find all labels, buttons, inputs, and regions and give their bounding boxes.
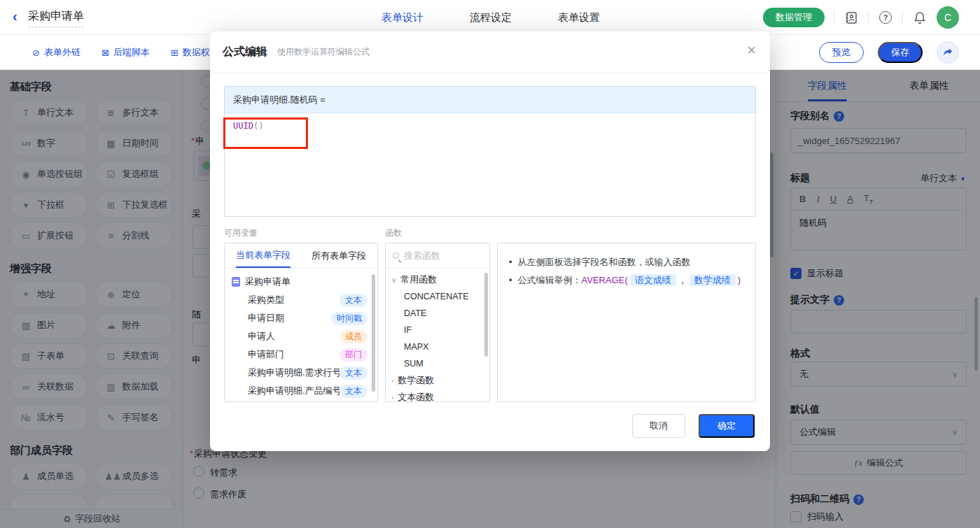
backend-script-link[interactable]: ⊠后端脚本 bbox=[102, 46, 150, 59]
fn-item[interactable]: DATE bbox=[386, 305, 489, 322]
divider bbox=[868, 11, 869, 24]
close-icon[interactable]: × bbox=[747, 43, 756, 58]
data-manage-button[interactable]: 数据管理 bbox=[763, 8, 825, 27]
app-screen: ‹ 采购申请单 表单设计 流程设定 表单设置 数据管理 ? C ⊘表单外链 ⊠后… bbox=[0, 0, 980, 528]
toolbar-actions: 预览 保存 bbox=[819, 35, 959, 70]
help-icon[interactable]: ? bbox=[878, 10, 893, 25]
form-doc-icon bbox=[232, 277, 240, 287]
variable-item[interactable]: 申请部门部门 bbox=[225, 345, 377, 364]
functions-section-label: 函数 bbox=[385, 227, 402, 239]
variable-item[interactable]: 申请人成员 bbox=[225, 327, 377, 345]
variable-item[interactable]: 采购申请明细.产品编号文本 bbox=[225, 382, 377, 400]
contacts-icon[interactable] bbox=[844, 10, 859, 25]
type-badge: 文本 bbox=[340, 294, 368, 307]
tab-flow-settings[interactable]: 流程设定 bbox=[470, 11, 512, 24]
variable-item[interactable]: 采购类型文本 bbox=[225, 291, 377, 309]
tab-form-design[interactable]: 表单设计 bbox=[382, 11, 424, 24]
tip-line: •从左侧面板选择字段名和函数，或输入函数 bbox=[509, 253, 744, 271]
type-badge: 部门 bbox=[340, 348, 368, 362]
type-badge: 文本 bbox=[340, 366, 368, 380]
variable-item[interactable]: 申请日期时间戳 bbox=[225, 309, 377, 327]
modal-title: 公式编辑 bbox=[223, 45, 267, 59]
chevron-right-icon: › bbox=[391, 394, 393, 401]
bullet: • bbox=[509, 253, 512, 271]
functions-panel: ∨常用函数 CONCATENATE DATE IF MAPX SUM ›数学函数… bbox=[385, 243, 490, 402]
type-badge: 时间戳 bbox=[331, 312, 368, 325]
type-badge: 成员 bbox=[340, 330, 368, 343]
variables-scrollbar[interactable] bbox=[372, 274, 375, 392]
back-icon[interactable]: ‹ bbox=[13, 8, 18, 24]
share-icon[interactable] bbox=[937, 41, 959, 64]
example-field-chip: 语文成绩 bbox=[630, 274, 676, 286]
formula-target: 采购申请明细.随机码 = bbox=[225, 87, 755, 113]
bullet: • bbox=[509, 271, 512, 290]
search-icon bbox=[393, 252, 399, 259]
function-search bbox=[386, 243, 489, 269]
fn-item[interactable]: CONCATENATE bbox=[386, 288, 489, 305]
nav-tabs: 表单设计 流程设定 表单设置 bbox=[382, 0, 600, 35]
variable-item[interactable]: 采购申请明细.需求行号文本 bbox=[225, 364, 377, 382]
data-permission-icon: ⊞ bbox=[171, 48, 178, 58]
top-nav: ‹ 采购申请单 表单设计 流程设定 表单设置 数据管理 ? C bbox=[0, 0, 980, 35]
function-list: ∨常用函数 CONCATENATE DATE IF MAPX SUM ›数学函数… bbox=[386, 269, 489, 402]
fn-item[interactable]: MAPX bbox=[386, 338, 489, 355]
notification-bell-icon[interactable] bbox=[912, 10, 927, 25]
modal-subtitle: 使用数学运算符编辑公式 bbox=[277, 46, 370, 58]
modal-header: 公式编辑 使用数学运算符编辑公式 bbox=[210, 31, 770, 73]
tree-root-form[interactable]: 采购申请单 bbox=[225, 273, 377, 291]
fn-group-text[interactable]: ›文本函数 bbox=[386, 389, 489, 402]
annotation-highlight-box bbox=[223, 117, 308, 149]
fn-group-math[interactable]: ›数学函数 bbox=[386, 372, 489, 389]
confirm-button[interactable]: 确定 bbox=[699, 414, 755, 438]
save-button[interactable]: 保存 bbox=[878, 42, 923, 63]
variables-tabs: 当前表单字段 所有表单字段 bbox=[225, 243, 377, 269]
example-field-chip: 数学成绩 bbox=[690, 274, 736, 286]
tips-panel: •从左侧面板选择字段名和函数，或输入函数 •公式编辑举例：AVERAGE(语文成… bbox=[497, 243, 756, 402]
variables-panel: 当前表单字段 所有表单字段 采购申请单 采购类型文本 申请日期时间戳 申请人成员… bbox=[224, 243, 378, 402]
variables-tree: 采购申请单 采购类型文本 申请日期时间戳 申请人成员 申请部门部门 采购申请明细… bbox=[225, 269, 377, 400]
divider bbox=[902, 11, 903, 24]
form-external-link[interactable]: ⊘表单外链 bbox=[32, 46, 80, 59]
tip-example-line: •公式编辑举例：AVERAGE(语文成绩，数学成绩) bbox=[509, 271, 744, 290]
divider bbox=[834, 11, 834, 24]
example-function: AVERAGE( bbox=[582, 275, 628, 285]
chevron-right-icon: › bbox=[391, 377, 393, 385]
variables-section-label: 可用变量 bbox=[224, 227, 258, 239]
fn-group-common[interactable]: ∨常用函数 bbox=[386, 271, 489, 288]
avatar[interactable]: C bbox=[937, 6, 959, 29]
function-search-input[interactable] bbox=[404, 250, 474, 261]
tab-form-settings[interactable]: 表单设置 bbox=[558, 11, 600, 24]
script-icon: ⊠ bbox=[102, 48, 109, 58]
toolbar-links: ⊘表单外链 ⊠后端脚本 ⊞数据权限 bbox=[32, 35, 219, 70]
link-icon: ⊘ bbox=[32, 48, 40, 58]
fn-item[interactable]: SUM bbox=[386, 355, 489, 372]
tab-all-form-fields[interactable]: 所有表单字段 bbox=[312, 243, 366, 268]
nav-right-cluster: 数据管理 ? C bbox=[763, 0, 959, 35]
form-title[interactable]: 采购申请单 bbox=[28, 9, 84, 27]
fn-item[interactable]: IF bbox=[386, 322, 489, 338]
tab-current-form-fields[interactable]: 当前表单字段 bbox=[236, 243, 290, 268]
chevron-down-icon: ∨ bbox=[391, 276, 396, 284]
type-badge: 文本 bbox=[340, 385, 368, 398]
cancel-button[interactable]: 取消 bbox=[632, 414, 685, 438]
functions-scrollbar[interactable] bbox=[484, 273, 488, 357]
formula-editor: 采购申请明细.随机码 = UUID() bbox=[224, 86, 756, 217]
preview-button[interactable]: 预览 bbox=[819, 42, 864, 63]
formula-edit-modal: 公式编辑 使用数学运算符编辑公式 × 采购申请明细.随机码 = UUID() 可… bbox=[210, 31, 770, 451]
